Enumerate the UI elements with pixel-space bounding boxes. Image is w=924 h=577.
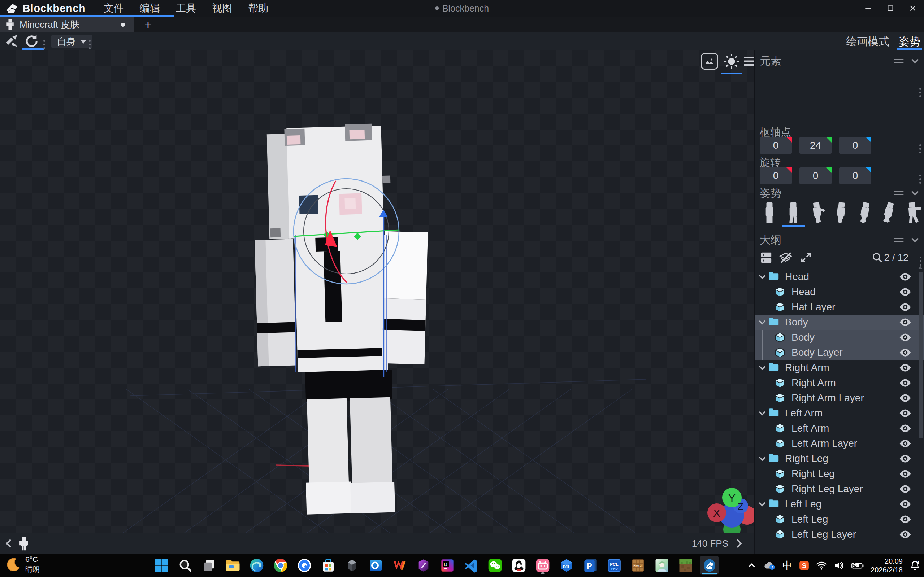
outline-row-left-leg[interactable]: Left Leg	[754, 496, 924, 512]
elements-toolbar-menu[interactable]	[919, 85, 921, 97]
outline-row-body[interactable]: Body	[754, 330, 924, 345]
number-input[interactable]: 0	[839, 137, 871, 154]
visibility-eye-icon[interactable]	[899, 485, 911, 493]
panel-menu-icon[interactable]	[893, 237, 904, 243]
chevron-down-icon[interactable]	[758, 501, 766, 507]
player-status-icon[interactable]	[19, 536, 29, 551]
pose-walk-wide-button[interactable]	[807, 202, 828, 226]
visibility-eye-icon[interactable]	[899, 515, 911, 524]
visibility-eye-icon[interactable]	[899, 272, 911, 281]
prev-view-button[interactable]	[3, 538, 15, 549]
outline-row-body-layer[interactable]: Body Layer	[754, 345, 924, 360]
outline-row-right-arm[interactable]: Right Arm	[754, 360, 924, 375]
visibility-eye-icon[interactable]	[899, 500, 911, 508]
visibility-eye-icon[interactable]	[899, 318, 911, 327]
vscode-taskbar-icon[interactable]	[462, 556, 481, 575]
outline-row-left-arm[interactable]: Left Arm	[754, 421, 924, 436]
next-view-button[interactable]	[733, 538, 744, 549]
pcl-pro-taskbar-icon[interactable]: PCLPRO	[604, 556, 624, 575]
outline-row-right-arm-layer[interactable]: Right Arm Layer	[754, 390, 924, 406]
outline-row-head[interactable]: Head	[754, 269, 924, 284]
start-taskbar-icon[interactable]	[152, 556, 171, 575]
menu-item-3[interactable]: 视图	[204, 0, 240, 16]
panel-collapse-icon[interactable]	[911, 237, 919, 243]
lighting-toggle-button[interactable]	[722, 52, 741, 70]
visibility-eye-icon[interactable]	[899, 303, 911, 311]
rotation-space-dropdown[interactable]: 自身	[51, 35, 92, 48]
volume-icon[interactable]	[834, 561, 845, 570]
expand-collapse-button[interactable]	[799, 251, 813, 264]
number-input[interactable]: 0	[760, 168, 792, 184]
chevron-down-icon[interactable]	[758, 410, 766, 416]
visibility-eye-icon[interactable]	[899, 424, 911, 433]
outliner-scrollbar[interactable]	[919, 272, 923, 438]
notification-bell-icon[interactable]: z	[909, 560, 921, 571]
maximize-button[interactable]	[879, 0, 901, 16]
tray-expand-icon[interactable]	[747, 561, 756, 570]
tab-minecraft-skin[interactable]: Minecraft 皮肤	[0, 16, 134, 32]
search-icon[interactable]	[870, 251, 885, 264]
3d-viewport[interactable]: Y X Z	[0, 50, 754, 533]
visibility-eye-icon[interactable]	[899, 333, 911, 342]
visibility-eye-icon[interactable]	[899, 288, 911, 296]
dev-box-taskbar-icon[interactable]	[414, 556, 433, 575]
blockbench-taskbar-icon[interactable]	[700, 556, 719, 575]
scrollbar-up-arrow[interactable]	[918, 266, 922, 269]
chrome-taskbar-icon[interactable]	[271, 556, 290, 575]
menu-item-2[interactable]: 工具	[168, 0, 204, 16]
outline-row-body[interactable]: Body	[754, 315, 924, 330]
microsoft-store-taskbar-icon[interactable]	[318, 556, 338, 575]
panel-menu-icon[interactable]	[893, 58, 904, 64]
wechat-taskbar-icon[interactable]	[485, 556, 504, 575]
visibility-eye-icon[interactable]	[899, 469, 911, 478]
p-launcher-taskbar-icon[interactable]: P	[581, 556, 600, 575]
task-view-taskbar-icon[interactable]	[199, 556, 218, 575]
outlook-taskbar-icon[interactable]	[366, 556, 385, 575]
edge-taskbar-icon[interactable]	[247, 556, 266, 575]
quark-browser-taskbar-icon[interactable]	[295, 556, 314, 575]
file-explorer-taskbar-icon[interactable]	[223, 556, 242, 575]
rotation-row-menu[interactable]	[919, 171, 921, 184]
outline-menu[interactable]	[920, 253, 921, 266]
outline-row-hat-layer[interactable]: Hat Layer	[754, 300, 924, 315]
sogou-input-icon[interactable]: S	[799, 561, 809, 571]
visibility-eye-icon[interactable]	[899, 363, 911, 372]
pose-run-button[interactable]	[854, 202, 875, 226]
player-model[interactable]	[252, 122, 435, 516]
search-taskbar-icon[interactable]	[176, 556, 195, 575]
outline-row-right-leg[interactable]: Right Leg	[754, 466, 924, 481]
menu-item-0[interactable]: 文件	[96, 0, 132, 16]
outline-row-left-leg-layer[interactable]: Left Leg Layer	[754, 527, 924, 542]
visibility-eye-icon[interactable]	[899, 409, 911, 417]
minimize-button[interactable]	[857, 0, 879, 16]
pose-arm-out-button[interactable]	[902, 202, 923, 226]
chevron-down-icon[interactable]	[758, 365, 766, 371]
bilibili-taskbar-icon[interactable]	[533, 556, 552, 575]
number-input[interactable]: 24	[800, 137, 832, 154]
battery-charging-icon[interactable]	[851, 561, 864, 570]
visibility-eye-icon[interactable]	[899, 348, 911, 357]
panel-collapse-icon[interactable]	[911, 190, 919, 196]
hide-layers-button[interactable]	[779, 251, 793, 264]
outline-row-left-arm[interactable]: Left Arm	[754, 406, 924, 421]
ime-indicator[interactable]: 中	[782, 559, 792, 572]
wps-office-taskbar-icon[interactable]	[390, 556, 409, 575]
outline-row-right-leg[interactable]: Right Leg	[754, 451, 924, 466]
outline-row-left-arm-layer[interactable]: Left Arm Layer	[754, 436, 924, 451]
avatar-app-taskbar-icon[interactable]	[652, 556, 671, 575]
number-input[interactable]: 0	[760, 137, 792, 154]
outline-row-right-leg-layer[interactable]: Right Leg Layer	[754, 481, 924, 496]
panel-menu-icon[interactable]	[893, 190, 904, 196]
weather-widget[interactable]: 6°C 晴朗	[6, 555, 40, 574]
mode-tab-绘画模式[interactable]: 绘画模式	[846, 32, 889, 50]
visibility-eye-icon[interactable]	[899, 439, 911, 448]
visibility-eye-icon[interactable]	[899, 454, 911, 463]
chevron-down-icon[interactable]	[758, 319, 766, 325]
pose-sprint-button[interactable]	[878, 202, 899, 226]
pose-stand-button[interactable]	[759, 202, 780, 226]
pivot-tool-button[interactable]	[4, 34, 19, 48]
outline-row-right-arm[interactable]: Right Arm	[754, 375, 924, 390]
screenshot-button[interactable]	[701, 53, 718, 69]
view-axis-gizmo[interactable]: Y X Z	[708, 488, 754, 533]
new-tab-button[interactable]: +	[139, 16, 157, 32]
